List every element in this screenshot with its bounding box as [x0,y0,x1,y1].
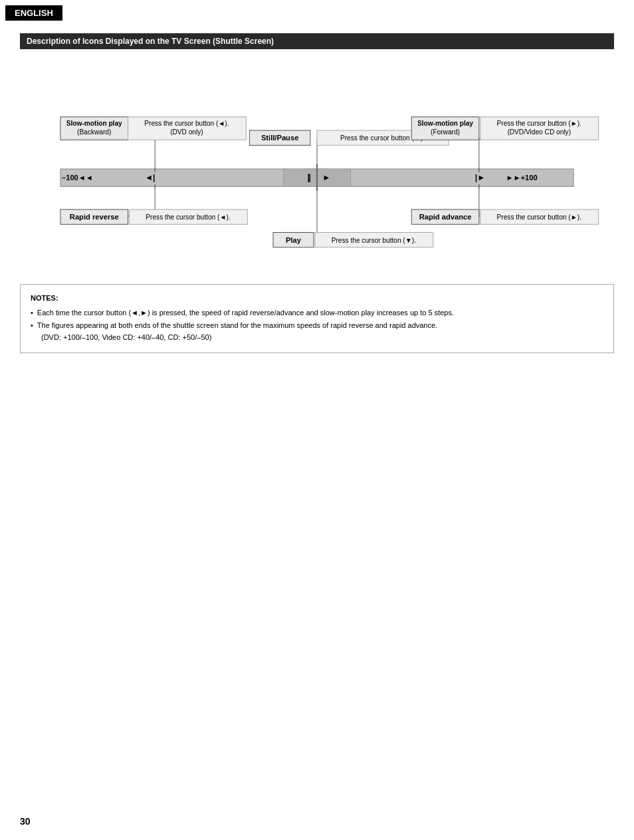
svg-text:Slow-motion play: Slow-motion play [417,120,473,127]
notes-item-1: • Each time the cursor button (◄,►) is p… [31,307,603,319]
svg-text:Press the cursor button (◄).: Press the cursor button (◄). [146,213,230,221]
svg-text:(DVD/Video CD only): (DVD/Video CD only) [507,128,571,136]
svg-text:(DVD only): (DVD only) [170,128,203,136]
svg-text:|►: |► [475,173,485,182]
english-tab: ENGLISH [5,5,62,21]
notes-item-2: • The figures appearing at both ends of … [31,320,603,343]
svg-text:Slow-motion play: Slow-motion play [66,120,122,127]
svg-text:►: ► [322,173,330,182]
notes-title: NOTES: [31,293,603,305]
svg-text:◄|: ◄| [145,173,155,182]
svg-text:Rapid advance: Rapid advance [419,213,472,221]
notes-box: NOTES: • Each time the cursor button (◄,… [20,284,614,353]
svg-text:Rapid reverse: Rapid reverse [70,213,119,221]
svg-text:Press the cursor button (▼).: Press the cursor button (▼). [332,237,416,244]
section-header: Description of Icons Displayed on the TV… [20,33,614,49]
svg-text:►►+100: ►►+100 [506,174,537,182]
svg-text:Still/Pause: Still/Pause [261,134,298,142]
svg-text:(Backward): (Backward) [77,128,111,136]
svg-text:Press the cursor button (►).: Press the cursor button (►). [497,213,581,221]
svg-text:–100◄◄: –100◄◄ [62,174,93,182]
svg-text:(Forward): (Forward) [431,128,460,136]
svg-text:Press the cursor button (►).: Press the cursor button (►). [497,120,581,127]
svg-text:Press the cursor button (◄).: Press the cursor button (◄). [144,120,229,127]
shuttle-diagram: ◄| ‖ ► |► –100◄◄ ►►+100 Still/Pause Pres… [20,69,614,269]
svg-text:‖: ‖ [307,173,311,182]
page-number: 30 [20,816,31,827]
svg-text:Play: Play [286,236,302,244]
